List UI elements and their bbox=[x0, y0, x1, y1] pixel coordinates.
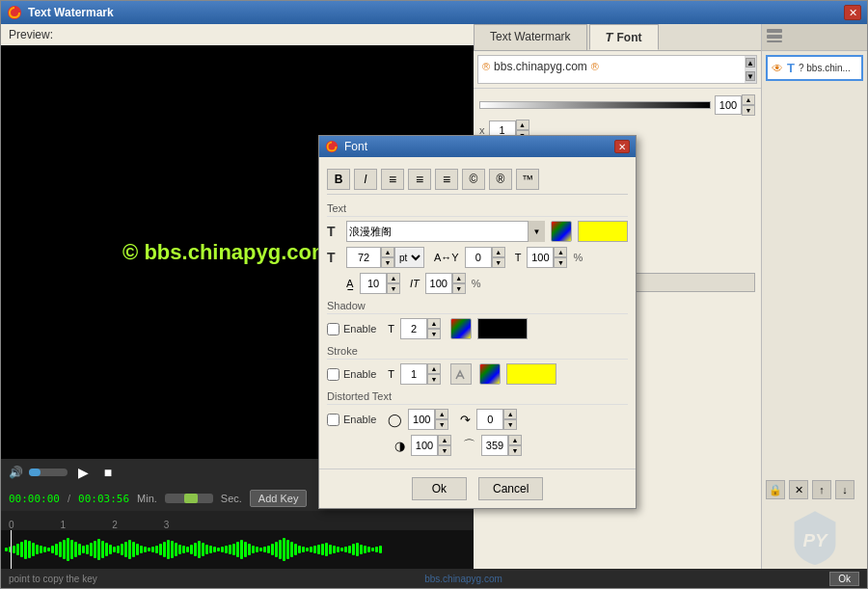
close-button[interactable]: ✕ bbox=[844, 5, 861, 20]
shadow-enable-checkbox[interactable] bbox=[327, 323, 339, 335]
total-time: 00:03:56 bbox=[78, 493, 129, 505]
stroke-size-input[interactable] bbox=[400, 363, 427, 385]
bold-button[interactable]: B bbox=[327, 169, 350, 190]
spacing-up[interactable]: ▲ bbox=[492, 247, 505, 257]
font-size-unit[interactable]: pt bbox=[394, 247, 424, 268]
cancel-button[interactable]: Cancel bbox=[478, 477, 543, 500]
stroke-enable-label[interactable]: Enable bbox=[327, 368, 376, 381]
opacity-down2[interactable]: ▼ bbox=[554, 257, 567, 268]
text-color-swatch[interactable] bbox=[578, 221, 628, 242]
waveform-bar bbox=[124, 542, 127, 557]
dist-val2-input[interactable] bbox=[476, 409, 503, 430]
dist-val4-down[interactable]: ▼ bbox=[508, 445, 522, 456]
play-button[interactable]: ▶ bbox=[73, 463, 93, 482]
watermark-item[interactable]: ® bbs.chinapyg.com ® bbox=[482, 60, 741, 73]
sec-label: Sec. bbox=[221, 493, 242, 504]
distorted-enable-label[interactable]: Enable bbox=[327, 414, 376, 426]
dist-val4-up[interactable]: ▲ bbox=[508, 435, 522, 445]
trademark-button[interactable]: ™ bbox=[516, 169, 539, 190]
dist-val4-input[interactable] bbox=[481, 435, 508, 456]
opacity-up[interactable]: ▲ bbox=[742, 94, 755, 105]
scale-icon: A̲ bbox=[346, 278, 354, 290]
add-key-button[interactable]: Add Key bbox=[250, 490, 308, 507]
scroll-up[interactable]: ▲ bbox=[746, 58, 755, 67]
align-left-button[interactable]: ≡ bbox=[381, 169, 404, 190]
app-icon bbox=[7, 5, 22, 20]
italic-up[interactable]: ▲ bbox=[452, 273, 466, 283]
align-center-button[interactable]: ≡ bbox=[408, 169, 431, 190]
layers-panel: 👁 T ? bbs.chin... 🔒 ✕ ↑ ↓ PY bbox=[761, 24, 867, 569]
waveform-bar bbox=[190, 545, 193, 554]
dist-val3-down[interactable]: ▼ bbox=[438, 445, 451, 456]
copyright-button[interactable]: © bbox=[462, 169, 485, 190]
opacity-value[interactable]: 100 bbox=[715, 95, 742, 115]
volume-slider[interactable] bbox=[29, 469, 68, 476]
shadow-section-label: Shadow bbox=[327, 300, 628, 314]
min-label: Min. bbox=[137, 493, 157, 504]
shadow-enable-label[interactable]: Enable bbox=[327, 323, 376, 335]
shadow-color-swatch[interactable] bbox=[477, 318, 528, 339]
scale-down[interactable]: ▼ bbox=[387, 283, 400, 294]
dist-val1-input[interactable] bbox=[408, 409, 435, 430]
shadow-color-rainbow[interactable] bbox=[450, 318, 472, 339]
distorted-enable-checkbox[interactable] bbox=[327, 414, 339, 426]
registered-button[interactable]: ® bbox=[489, 169, 512, 190]
shadow-down[interactable]: ▼ bbox=[427, 329, 441, 339]
stroke-up[interactable]: ▲ bbox=[427, 363, 441, 374]
stop-button[interactable]: ■ bbox=[98, 463, 118, 482]
waveform-bar bbox=[217, 548, 220, 551]
dist-val2-up[interactable]: ▲ bbox=[503, 409, 517, 419]
scale-input[interactable] bbox=[360, 273, 387, 294]
down-button[interactable]: ↓ bbox=[835, 480, 854, 499]
shadow-size-input[interactable] bbox=[400, 318, 427, 339]
ruler-1: 1 bbox=[61, 520, 67, 530]
scale-spinbox: ▲ ▼ bbox=[360, 273, 400, 294]
scroll-down[interactable]: ▼ bbox=[746, 71, 755, 81]
list-scrollbar[interactable]: ▲ ▼ bbox=[745, 56, 756, 83]
dist-val3-up[interactable]: ▲ bbox=[438, 435, 451, 445]
dialog-close-button[interactable]: ✕ bbox=[614, 140, 630, 153]
align-right-button[interactable]: ≡ bbox=[435, 169, 458, 190]
text-color-rainbow[interactable] bbox=[551, 221, 572, 242]
ok-button[interactable]: Ok bbox=[412, 477, 467, 500]
font-size-up[interactable]: ▲ bbox=[381, 247, 394, 257]
waveform-bar bbox=[20, 542, 23, 557]
opacity-up2[interactable]: ▲ bbox=[554, 247, 567, 257]
opacity-down[interactable]: ▼ bbox=[742, 105, 755, 116]
x-up[interactable]: ▲ bbox=[516, 120, 529, 130]
font-size-input[interactable] bbox=[346, 247, 381, 268]
scale-up[interactable]: ▲ bbox=[387, 273, 400, 283]
stroke-color-rainbow[interactable] bbox=[479, 363, 501, 385]
dist-val3-input[interactable] bbox=[411, 435, 438, 456]
stroke-down[interactable]: ▼ bbox=[427, 374, 441, 385]
stroke-enable-checkbox[interactable] bbox=[327, 368, 339, 381]
spacing-down[interactable]: ▼ bbox=[492, 257, 505, 268]
shadow-up[interactable]: ▲ bbox=[427, 318, 441, 329]
font-size-down[interactable]: ▼ bbox=[381, 257, 394, 268]
waveform-bar bbox=[121, 544, 123, 555]
italic-input[interactable] bbox=[425, 273, 452, 294]
up-button[interactable]: ↑ bbox=[812, 480, 831, 499]
opacity-input[interactable] bbox=[527, 247, 554, 268]
lock-button[interactable]: 🔒 bbox=[766, 480, 785, 499]
tab-text-watermark[interactable]: Text Watermark bbox=[474, 24, 587, 50]
spacing-input[interactable] bbox=[465, 247, 492, 268]
tab-font[interactable]: T Font bbox=[589, 24, 659, 50]
stroke-paint-icon[interactable] bbox=[450, 363, 472, 385]
dist-val1-down[interactable]: ▼ bbox=[435, 419, 448, 430]
x-button[interactable]: ✕ bbox=[789, 480, 808, 499]
select-arrow-icon[interactable]: ▼ bbox=[528, 221, 545, 242]
layer-item[interactable]: 👁 T ? bbs.chin... bbox=[766, 55, 863, 81]
stroke-color-swatch[interactable] bbox=[506, 363, 556, 385]
dist-val2-down[interactable]: ▼ bbox=[503, 419, 517, 430]
waveform-bar bbox=[333, 546, 336, 553]
waveform-bar bbox=[128, 540, 131, 559]
dist-val1-up[interactable]: ▲ bbox=[435, 409, 448, 419]
percent-label-2: % bbox=[472, 278, 481, 289]
bottom-ok-button[interactable]: Ok bbox=[829, 572, 859, 586]
min-slider[interactable] bbox=[165, 494, 213, 503]
italic-down[interactable]: ▼ bbox=[452, 283, 466, 294]
font-name-select[interactable]: 浪漫雅阁 bbox=[346, 221, 545, 242]
opacity-bar[interactable] bbox=[479, 101, 711, 109]
italic-button[interactable]: I bbox=[354, 169, 377, 190]
